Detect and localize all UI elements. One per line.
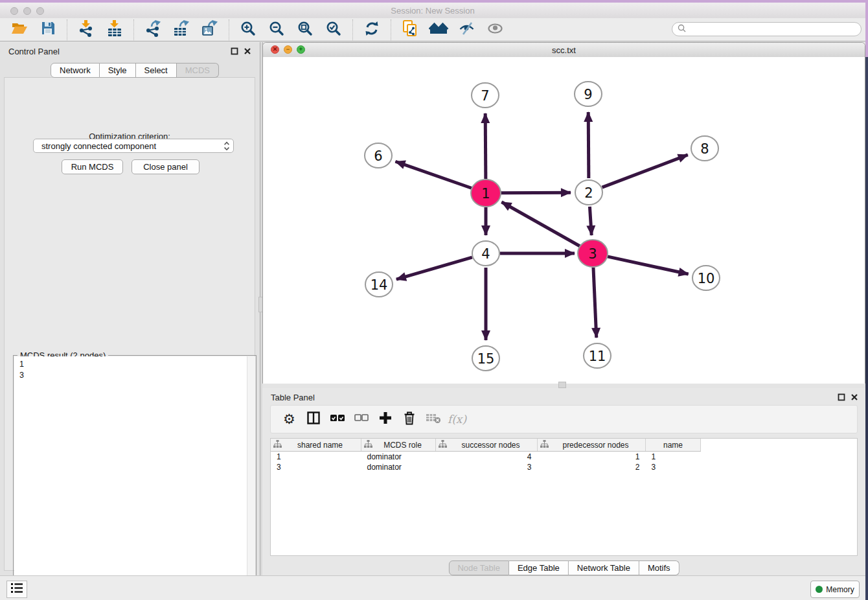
graph-node-15[interactable]: 15 [472,346,499,371]
table-cell[interactable]: 1 [538,452,646,463]
graph-node-8[interactable]: 8 [691,136,718,161]
table-cell[interactable]: 3 [436,462,538,472]
graph-edge-1-6[interactable] [395,161,472,189]
graph-edge-3-1[interactable] [501,202,580,246]
column-header-shared-name[interactable]: shared name [271,439,361,452]
network-canvas[interactable]: 7968124314101511 [263,57,865,384]
graph-node-4[interactable]: 4 [472,241,499,266]
graph-edge-1-7[interactable] [485,113,486,179]
table-panel: Table Panel ⚙f(x) shared nameMCDS rolesu… [262,388,865,575]
close-table-panel-icon[interactable] [850,393,859,402]
table-cell[interactable]: dominator [361,452,436,463]
graph-edge-2-8[interactable] [602,155,688,187]
memory-button-label: Memory [826,585,854,594]
table-cell[interactable]: 3 [646,462,701,472]
select-all-columns-button[interactable] [325,410,349,429]
graph-node-9[interactable]: 9 [575,82,602,106]
memory-button[interactable]: Memory [810,581,860,598]
table-cell[interactable]: 2 [538,462,646,472]
control-panel: Control Panel NetworkStyleSelectMCDS Opt… [0,42,260,575]
toolbar-separator [229,19,229,40]
column-layout-button[interactable] [301,410,325,429]
open-session-button[interactable] [5,19,34,40]
graph-node-1[interactable]: 1 [471,179,501,207]
open-session-icon [11,21,28,39]
graph-node-3[interactable]: 3 [578,240,608,267]
close-panel-button[interactable]: Close panel [131,159,200,174]
table-cell[interactable]: 1 [646,452,701,463]
search-box[interactable] [672,22,862,36]
refresh-network-view-button[interactable] [358,19,386,40]
create-column-button[interactable] [373,410,397,429]
hide-selected-button[interactable] [453,19,481,40]
float-panel-icon[interactable] [230,47,239,56]
table-cell[interactable]: 1 [271,452,361,463]
optimization-criterion-select[interactable]: strongly connected component [33,139,234,153]
search-icon [678,23,686,35]
graph-edge-3-10[interactable] [606,257,688,274]
tab-edge-table[interactable]: Edge Table [509,560,569,575]
zoom-selected-region-button[interactable] [319,19,348,40]
column-header-name[interactable]: name [646,439,701,452]
graph-edge-4-14[interactable] [396,257,472,279]
graph-node-10[interactable]: 10 [692,266,720,290]
mcds-result-list[interactable]: 13 [14,356,247,600]
table-row[interactable]: 1dominator411 [271,452,701,463]
graph-edge-3-11[interactable] [593,268,597,338]
tab-mcds[interactable]: MCDS [177,63,219,78]
zoom-fit-content-button[interactable] [291,19,319,40]
column-header-MCDS-role[interactable]: MCDS role [361,439,436,452]
function-builder-button[interactable]: f(x) [445,410,469,429]
toolbar-separator [67,19,67,40]
unselect-all-columns-icon [354,413,369,425]
graph-edge-2-9[interactable] [588,112,589,178]
horizontal-splitter-handle[interactable] [558,382,566,388]
graph-edge-1-2[interactable] [500,192,571,193]
unselect-all-columns-button[interactable] [349,410,373,429]
column-header-successor-nodes[interactable]: successor nodes [436,439,538,452]
delete-columns-button[interactable] [397,410,421,429]
table-cell[interactable]: dominator [361,462,436,472]
float-table-panel-icon[interactable] [837,393,846,402]
import-table-from-file-button[interactable] [100,19,129,40]
close-panel-icon[interactable] [243,47,252,56]
tab-network[interactable]: Network [51,63,100,78]
application-window: Session: New Session Control Panel Netwo… [0,0,865,600]
zoom-in-button[interactable] [234,19,262,40]
graph-node-7[interactable]: 7 [472,83,499,108]
new-network-from-selection-button[interactable] [396,19,424,40]
show-graphics-details-button[interactable] [481,19,510,40]
result-scrollbar[interactable] [247,356,255,600]
tab-node-table[interactable]: Node Table [448,560,509,575]
tab-select[interactable]: Select [136,63,177,78]
task-history-button[interactable] [6,581,27,598]
node-table-grid[interactable]: shared nameMCDS rolesuccessor nodesprede… [271,439,701,472]
export-network-button[interactable] [139,19,167,40]
first-neighbors-button[interactable] [424,19,453,40]
column-header-predecessor-nodes[interactable]: predecessor nodes [538,439,646,452]
tab-style[interactable]: Style [100,63,136,78]
graph-node-11[interactable]: 11 [584,343,611,368]
graph-node-2[interactable]: 2 [575,180,602,205]
svg-text:4: 4 [481,246,490,262]
delete-table-button[interactable] [421,410,445,429]
export-table-button[interactable] [167,19,196,40]
zoom-out-button[interactable] [262,19,291,40]
graph-node-6[interactable]: 6 [365,143,392,168]
search-input[interactable] [689,24,861,34]
graph-node-14[interactable]: 14 [365,272,393,297]
export-image-button[interactable] [196,19,224,40]
run-mcds-button[interactable]: Run MCDS [62,159,123,174]
table-cell[interactable]: 3 [271,462,361,472]
import-network-from-file-button[interactable] [72,19,100,40]
graph-edge-2-3[interactable] [589,207,591,235]
table-settings-icon: ⚙ [283,413,295,426]
table-cell[interactable]: 4 [436,452,538,463]
tab-motifs[interactable]: Motifs [639,560,680,575]
save-session-button[interactable] [34,19,62,40]
selected-criterion: strongly connected component [41,141,220,151]
table-settings-button[interactable]: ⚙ [277,410,301,429]
table-row[interactable]: 3dominator323 [271,462,701,472]
select-all-columns-icon [330,413,345,426]
tab-network-table[interactable]: Network Table [569,560,639,575]
